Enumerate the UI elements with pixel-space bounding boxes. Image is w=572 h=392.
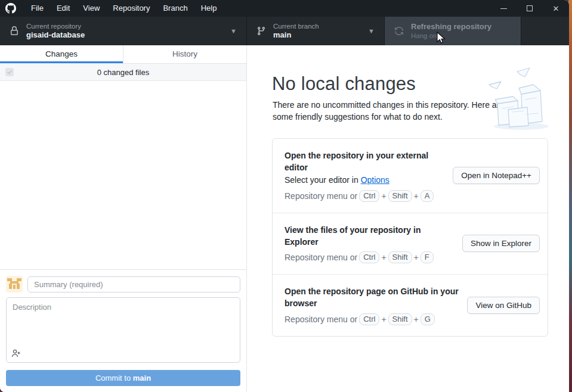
plus-separator: + — [381, 315, 386, 324]
desktop-background: File Edit View Repository Branch Help ✕ … — [0, 0, 572, 392]
refresh-status-subtitle: Hang on… — [411, 32, 491, 40]
page-subtitle: There are no uncommitted changes in this… — [273, 99, 511, 123]
current-repository-label: Current repository — [26, 22, 85, 30]
main-panel: No local changes There are no uncommitte… — [247, 45, 569, 392]
suggestion-text: Select your editor in — [285, 175, 361, 185]
plus-separator: + — [414, 315, 419, 324]
toolbar: Current repository gisaid-database ▼ Cur… — [0, 17, 569, 45]
shortcut-prefix: Repository menu or — [285, 253, 357, 262]
keycap-ctrl: Ctrl — [359, 313, 379, 325]
changed-files-count: 0 changed files — [0, 68, 246, 77]
minimize-icon — [500, 8, 507, 9]
current-repository-name: gisaid-database — [26, 30, 85, 40]
refresh-repository-button[interactable]: Refreshing repository Hang on… — [385, 17, 521, 45]
keycap-shift: Shift — [388, 190, 412, 202]
keycap-shift: Shift — [388, 251, 412, 263]
github-desktop-window: File Edit View Repository Branch Help ✕ … — [0, 0, 569, 392]
summary-input[interactable] — [27, 276, 240, 293]
view-on-github-button[interactable]: View on GitHub — [467, 297, 540, 314]
suggestion-show-explorer: View the files of your repository in Exp… — [273, 213, 548, 275]
sidebar: Changes History 0 changed files — [0, 45, 247, 392]
plus-separator: + — [414, 191, 419, 201]
suggestions-card: Open the repository in your external edi… — [272, 138, 548, 337]
description-input[interactable] — [6, 297, 240, 363]
plus-separator: + — [414, 253, 419, 262]
suggestion-view-github: Open the repository page on GitHub in yo… — [273, 274, 548, 336]
current-branch-label: Current branch — [273, 22, 319, 30]
current-repository-button[interactable]: Current repository gisaid-database ▼ — [0, 17, 247, 45]
menu-item-edit[interactable]: Edit — [50, 0, 76, 17]
shortcut-hint: Repository menu or Ctrl + Shift + F — [285, 251, 456, 263]
github-logo-icon — [5, 3, 16, 14]
git-branch-icon — [256, 26, 266, 36]
minimize-button[interactable] — [490, 0, 517, 17]
close-button[interactable]: ✕ — [543, 0, 569, 17]
suggestion-title: View the files of your repository in Exp… — [285, 224, 456, 248]
keycap-ctrl: Ctrl — [359, 251, 379, 263]
page-title: No local changes — [272, 73, 416, 95]
sidebar-tabs: Changes History — [0, 45, 246, 64]
show-in-explorer-button[interactable]: Show in Explorer — [462, 235, 540, 252]
close-icon: ✕ — [553, 5, 559, 13]
lock-icon — [10, 26, 19, 36]
menu-item-view[interactable]: View — [76, 0, 106, 17]
keycap-shift: Shift — [388, 313, 412, 325]
changes-list-empty — [0, 81, 246, 269]
plus-separator: + — [381, 191, 386, 201]
tab-changes[interactable]: Changes — [0, 45, 123, 63]
menu-bar: File Edit View Repository Branch Help ✕ — [0, 0, 569, 17]
open-in-editor-button[interactable]: Open in Notepad++ — [453, 167, 540, 184]
keycap-ctrl: Ctrl — [359, 190, 379, 202]
window-controls: ✕ — [490, 0, 569, 17]
maximize-button[interactable] — [517, 0, 543, 17]
maximize-icon — [527, 5, 533, 11]
sync-icon — [394, 26, 404, 36]
plus-separator: + — [381, 253, 386, 262]
options-link[interactable]: Options — [361, 175, 389, 185]
commit-form: Commit to main — [0, 269, 246, 392]
shortcut-prefix: Repository menu or — [285, 315, 357, 324]
shortcut-prefix: Repository menu or — [285, 191, 357, 201]
suggestion-title: Open the repository page on GitHub in yo… — [285, 285, 461, 310]
tab-history[interactable]: History — [123, 45, 246, 63]
menu-item-help[interactable]: Help — [194, 0, 224, 17]
refresh-status-title: Refreshing repository — [411, 22, 491, 32]
commit-button[interactable]: Commit to main — [6, 370, 240, 386]
shortcut-hint: Repository menu or Ctrl + Shift + A — [285, 190, 447, 202]
keycap-f: F — [421, 251, 434, 263]
menu-item-branch[interactable]: Branch — [156, 0, 194, 17]
avatar — [6, 276, 23, 293]
chevron-down-icon: ▼ — [368, 27, 375, 35]
current-branch-name: main — [273, 30, 319, 40]
chevron-down-icon: ▼ — [230, 27, 237, 35]
suggestion-open-editor: Open the repository in your external edi… — [273, 139, 548, 213]
current-branch-button[interactable]: Current branch main ▼ — [247, 17, 385, 45]
add-coauthor-icon[interactable] — [11, 349, 21, 358]
keycap-a: A — [421, 190, 434, 202]
menu-item-file[interactable]: File — [24, 0, 50, 17]
toolbar-spacer — [521, 17, 569, 45]
suggestion-title: Open the repository in your external edi… — [285, 150, 447, 174]
keycap-g: G — [421, 313, 435, 325]
empty-state-illustration — [484, 67, 556, 132]
menu-item-repository[interactable]: Repository — [106, 0, 156, 17]
shortcut-hint: Repository menu or Ctrl + Shift + G — [285, 313, 461, 325]
changed-files-header: 0 changed files — [0, 64, 246, 81]
